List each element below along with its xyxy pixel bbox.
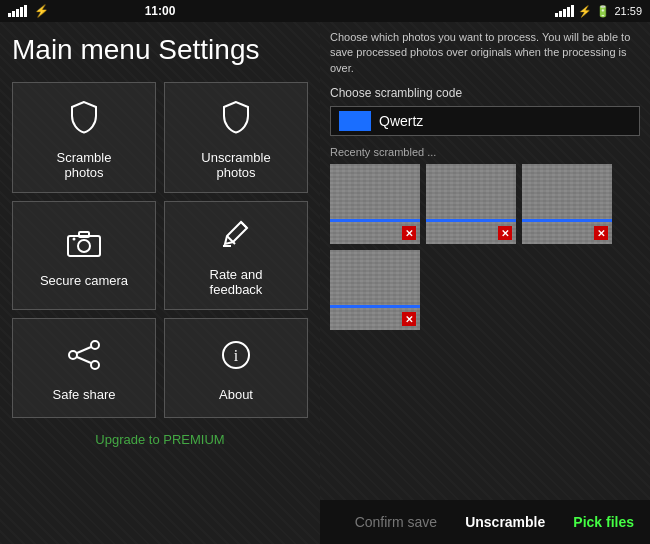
left-panel: Main menu Settings Scramblephotos Unscra… <box>0 22 320 544</box>
menu-label-camera: Secure camera <box>40 273 128 288</box>
svg-text:i: i <box>234 347 239 364</box>
menu-item-scramble[interactable]: Scramblephotos <box>12 82 156 193</box>
thumbnail-4[interactable]: ✕ <box>330 250 420 330</box>
menu-item-share[interactable]: Safe share <box>12 318 156 418</box>
thumbnail-2[interactable]: ✕ <box>426 164 516 244</box>
wifi-icon-left: ⚡ <box>34 4 49 18</box>
menu-label-share: Safe share <box>53 387 116 402</box>
thumbnails-row-bottom: ✕ <box>330 250 640 330</box>
time-right: 21:59 <box>614 5 642 17</box>
description-text: Choose which photos you want to process.… <box>330 30 640 76</box>
scramble-code-label: Choose scrambling code <box>330 86 640 100</box>
bottom-bar: Confirm save Unscramble Pick files <box>320 500 650 544</box>
menu-grid: Scramblephotos Unscramblephotos Secur <box>12 82 308 418</box>
menu-item-about[interactable]: i About <box>164 318 308 418</box>
share-icon <box>67 338 101 379</box>
thumbnail-3-close[interactable]: ✕ <box>594 226 608 240</box>
battery-icon-right: 🔋 <box>596 5 610 18</box>
page-title: Main menu Settings <box>12 34 308 66</box>
thumbnail-1-close[interactable]: ✕ <box>402 226 416 240</box>
thumbnail-3-line <box>522 219 612 222</box>
menu-label-unscramble: Unscramblephotos <box>201 150 270 180</box>
signal-icon <box>8 5 27 17</box>
info-icon: i <box>219 338 253 379</box>
signal-icon-right <box>555 5 574 17</box>
thumbnail-3[interactable]: ✕ <box>522 164 612 244</box>
thumbnail-2-close[interactable]: ✕ <box>498 226 512 240</box>
thumbnail-1[interactable]: ✕ <box>330 164 420 244</box>
right-content: Choose which photos you want to process.… <box>320 22 650 500</box>
right-panel: Choose which photos you want to process.… <box>320 22 650 544</box>
svg-line-8 <box>77 357 91 363</box>
svg-point-5 <box>91 361 99 369</box>
confirm-save-button[interactable]: Confirm save <box>349 510 443 534</box>
camera-icon <box>66 228 102 265</box>
signal-wifi-left: ⚡ <box>8 4 49 18</box>
shield-icon-unscramble <box>218 99 254 142</box>
code-input-value: Qwertz <box>379 113 423 129</box>
thumbnail-2-line <box>426 219 516 222</box>
time-left: 11:00 <box>145 4 176 18</box>
menu-label-rate: Rate andfeedback <box>210 267 263 297</box>
thumbnails-row-top: ✕ ✕ ✕ <box>330 164 640 244</box>
code-input-box[interactable]: Qwertz <box>330 106 640 136</box>
menu-item-unscramble[interactable]: Unscramblephotos <box>164 82 308 193</box>
edit-icon <box>219 218 253 259</box>
upgrade-text[interactable]: Upgrade to PREMIUM <box>12 432 308 447</box>
thumbnail-1-line <box>330 219 420 222</box>
thumbnail-4-close[interactable]: ✕ <box>402 312 416 326</box>
menu-label-scramble: Scramblephotos <box>57 150 112 180</box>
menu-item-rate[interactable]: Rate andfeedback <box>164 201 308 310</box>
svg-point-6 <box>69 351 77 359</box>
svg-rect-2 <box>79 232 89 237</box>
wifi-icon-right: ⚡ <box>578 5 592 18</box>
menu-label-about: About <box>219 387 253 402</box>
recently-label: Recenty scrambled ... <box>330 146 640 158</box>
pick-files-button[interactable]: Pick files <box>567 510 640 534</box>
status-bar-left: ⚡ 11:00 <box>0 0 320 22</box>
thumbnail-4-line <box>330 305 420 308</box>
code-input-blue-block <box>339 111 371 131</box>
svg-point-3 <box>73 237 76 240</box>
status-bar-right: ⚡ 🔋 21:59 <box>320 0 650 22</box>
svg-line-7 <box>77 347 91 353</box>
menu-item-camera[interactable]: Secure camera <box>12 201 156 310</box>
unscramble-button[interactable]: Unscramble <box>459 510 551 534</box>
shield-icon-scramble <box>66 99 102 142</box>
svg-point-1 <box>78 240 90 252</box>
svg-point-4 <box>91 341 99 349</box>
